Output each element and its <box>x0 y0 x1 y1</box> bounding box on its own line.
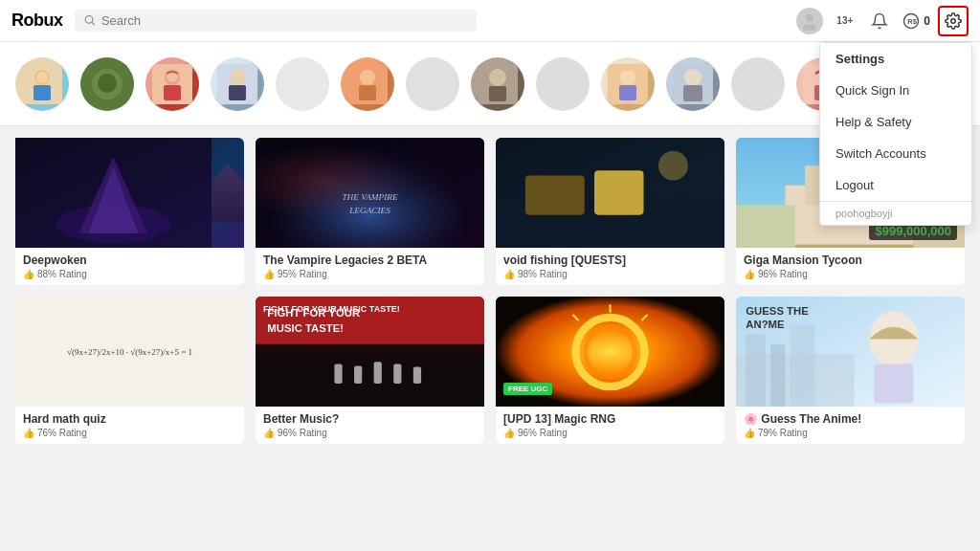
svg-point-21 <box>232 71 243 82</box>
ugc-overlay: FREE UGC <box>503 383 552 395</box>
game-thumb-anime: GUESS THE AN?ME <box>736 297 965 407</box>
game-rating-fishing: 👍 98% Rating <box>503 269 717 279</box>
svg-line-1 <box>92 22 95 25</box>
game-rating-mansion: 👍 96% Rating <box>744 269 957 279</box>
dropdown-username: poohogboyji <box>820 202 971 225</box>
svg-rect-65 <box>413 366 421 384</box>
user-avatar-btn[interactable] <box>794 6 825 36</box>
game-card-vampire[interactable]: THE VAMPIRE LEGACIES The Vampire Legacie… <box>256 138 484 285</box>
avatar-3[interactable] <box>145 57 199 111</box>
game-info-mansion: Giga Mansion Tycoon 👍 96% Rating <box>736 248 965 285</box>
avatar-11[interactable] <box>666 57 720 111</box>
svg-rect-62 <box>354 365 362 384</box>
svg-rect-76 <box>746 334 766 407</box>
svg-point-32 <box>684 69 702 86</box>
gear-icon <box>945 12 962 30</box>
avatar-7[interactable] <box>406 57 459 111</box>
dropdown-quick-sign-in[interactable]: Quick Sign In <box>820 75 971 106</box>
game-info-deepwoken: Deepwoken 👍 88% Rating <box>15 248 244 285</box>
game-thumb-math: √(9x+27)/2x+10 · √(9x+27)/x+5 = 1 <box>15 297 244 407</box>
settings-btn[interactable] <box>938 6 969 36</box>
avatar-5[interactable] <box>276 57 329 111</box>
game-info-anime: 🌸 Guess The Anime! 👍 79% Rating <box>736 407 965 444</box>
game-title-anime: 🌸 Guess The Anime! <box>744 412 957 426</box>
svg-rect-63 <box>374 362 382 384</box>
svg-text:GUESS THE: GUESS THE <box>746 305 809 317</box>
svg-rect-41 <box>256 138 484 248</box>
game-thumb-vampire: THE VAMPIRE LEGACIES <box>256 138 484 248</box>
avatar-9[interactable] <box>536 57 590 111</box>
svg-text:THE VAMPIRE: THE VAMPIRE <box>342 192 398 202</box>
svg-rect-64 <box>393 364 401 384</box>
game-info-magic: [UPD 13] Magic RNG 👍 96% Rating <box>496 407 724 444</box>
svg-rect-61 <box>334 364 342 384</box>
svg-point-3 <box>803 24 816 31</box>
game-title-math: Hard math quiz <box>23 412 236 426</box>
svg-rect-16 <box>164 85 181 100</box>
game-title-magic: [UPD 13] Magic RNG <box>503 412 717 426</box>
game-title-vampire: The Vampire Legacies 2 BETA <box>263 253 477 267</box>
game-card-deepwoken[interactable]: Deepwoken 👍 88% Rating <box>15 138 244 285</box>
game-info-music: Better Music? 👍 96% Rating <box>256 407 484 444</box>
game-rating-magic: 👍 96% Rating <box>503 428 717 438</box>
avatar-4[interactable] <box>211 57 264 111</box>
svg-point-6 <box>951 18 956 23</box>
game-card-anime[interactable]: GUESS THE AN?ME 🌸 Guess The Anime! 👍 79%… <box>736 297 965 444</box>
game-thumb-music: FIGHT FOR YOUR MUSIC TASTE! <box>256 297 484 407</box>
svg-rect-57 <box>256 297 484 344</box>
avatar-1[interactable] <box>15 57 69 111</box>
bell-icon <box>871 12 888 30</box>
avatar-6[interactable] <box>341 57 394 111</box>
svg-text:MUSIC TASTE!: MUSIC TASTE! <box>267 322 344 334</box>
search-icon <box>84 14 96 27</box>
notifications-btn[interactable] <box>864 6 895 36</box>
game-rating-music: 👍 96% Rating <box>263 428 477 438</box>
svg-rect-49 <box>594 170 644 214</box>
dropdown-help-safety[interactable]: Help & Safety <box>820 106 971 138</box>
game-card-magic[interactable]: FREE UGC [UPD 13] Magic RNG 👍 96% Rating <box>496 297 724 444</box>
svg-text:R$: R$ <box>908 17 918 26</box>
svg-point-0 <box>85 15 93 23</box>
svg-rect-77 <box>770 344 785 407</box>
svg-point-13 <box>98 74 117 93</box>
svg-rect-42 <box>256 138 484 248</box>
svg-text:LEGACIES: LEGACIES <box>348 206 390 215</box>
svg-rect-58 <box>256 354 484 407</box>
dropdown-logout[interactable]: Logout <box>820 169 971 201</box>
game-title-music: Better Music? <box>263 412 477 426</box>
svg-text:FIGHT FOR YOUR: FIGHT FOR YOUR <box>267 307 360 319</box>
robux-btn[interactable]: R$ 0 <box>902 6 930 36</box>
dropdown-settings[interactable]: Settings <box>820 43 971 75</box>
svg-point-47 <box>658 151 688 181</box>
game-card-music[interactable]: FIGHT FOR YOUR MUSIC TASTE! Better Music… <box>256 297 484 444</box>
svg-rect-27 <box>489 86 506 101</box>
avatar-8[interactable] <box>471 57 524 111</box>
avatar-10[interactable] <box>601 57 655 111</box>
svg-rect-24 <box>359 85 376 100</box>
avatar-2[interactable] <box>80 57 134 111</box>
svg-rect-54 <box>736 205 795 248</box>
svg-rect-74 <box>874 364 913 403</box>
svg-rect-9 <box>33 85 51 100</box>
game-info-fishing: void fishing [QUESTS] 👍 98% Rating <box>496 248 724 285</box>
svg-rect-33 <box>683 85 702 101</box>
game-thumb-fishing <box>496 138 724 248</box>
game-rating-anime: 👍 79% Rating <box>744 428 957 438</box>
dropdown-switch-accounts[interactable]: Switch Accounts <box>820 138 971 169</box>
svg-point-26 <box>489 69 506 86</box>
search-bar[interactable] <box>75 10 477 32</box>
avatar-12[interactable] <box>731 57 785 111</box>
game-rating-deepwoken: 👍 88% Rating <box>23 269 236 279</box>
avatar <box>796 8 823 34</box>
svg-point-73 <box>869 312 919 367</box>
game-thumb-deepwoken <box>15 138 244 248</box>
svg-rect-78 <box>791 324 815 407</box>
search-input[interactable] <box>101 13 467 28</box>
svg-point-2 <box>806 14 813 22</box>
game-title-mansion: Giga Mansion Tycoon <box>744 253 957 267</box>
svg-text:AN?ME: AN?ME <box>746 319 785 330</box>
svg-point-29 <box>620 70 635 85</box>
game-card-fishing[interactable]: void fishing [QUESTS] 👍 98% Rating <box>496 138 724 285</box>
svg-rect-30 <box>619 85 636 100</box>
game-card-math[interactable]: √(9x+27)/2x+10 · √(9x+27)/x+5 = 1 Hard m… <box>15 297 244 444</box>
